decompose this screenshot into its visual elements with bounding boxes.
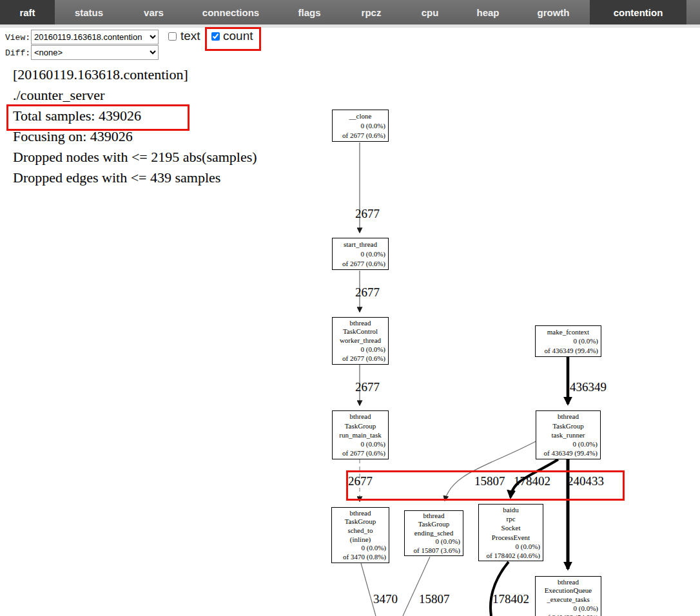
diff-label: Diff: [5, 48, 30, 58]
edge-label: 240433 [567, 474, 604, 488]
tab-status[interactable]: status [55, 0, 123, 24]
edge-label: 2677 [355, 207, 380, 221]
edge-label: 436349 [570, 380, 607, 394]
top-navbar: raft status vars connections flags rpcz … [0, 0, 700, 28]
focusing-on-line: Focusing on: 439026 [13, 126, 257, 147]
tab-connections[interactable]: connections [184, 0, 277, 24]
node-socket-process-event: baidu rpc Socket ProcessEvent 0 (0.0%) o… [478, 504, 543, 561]
tab-vars[interactable]: vars [123, 0, 184, 24]
total-samples-line: Total samples: 439026 [13, 106, 257, 126]
node-worker-thread: bthread TaskControl worker_thread 0 (0.0… [332, 317, 389, 365]
node-start-thread: start_thread 0 (0.0%) of 2677 (0.6%) [332, 238, 389, 270]
navbar-filler [686, 0, 700, 24]
tab-growth[interactable]: growth [517, 0, 590, 24]
tab-heap[interactable]: heap [459, 0, 517, 24]
count-checkbox[interactable] [211, 32, 220, 41]
node-sched-to: bthread TaskGroup sched_to (inline) 0 (0… [331, 507, 389, 563]
dropped-nodes-line: Dropped nodes with <= 2195 abs(samples) [13, 147, 257, 168]
edge-label: 2677 [355, 380, 380, 394]
node-task-runner: bthread TaskGroup task_runner 0 (0.0%) o… [536, 410, 601, 459]
edge-label: 2677 [355, 285, 380, 300]
edge-label: 3470 [373, 592, 398, 606]
tab-flags[interactable]: flags [277, 0, 342, 24]
view-label: View: [5, 33, 30, 43]
edge-label: 178402 [514, 474, 550, 488]
count-checkbox-label[interactable]: count [223, 29, 253, 43]
tab-contention[interactable]: contention [590, 0, 686, 24]
node-execute-tasks: bthread ExecutionQueue _execute_tasks 0 … [535, 576, 601, 616]
diff-select[interactable]: <none> [31, 45, 159, 60]
node-run-main-task: bthread TaskGroup run_main_task 0 (0.0%)… [332, 410, 389, 459]
node-ending-sched: bthread TaskGroup ending_sched 0 (0.0%) … [404, 510, 463, 556]
edge-label: 2677 [348, 474, 373, 488]
text-checkbox[interactable] [168, 32, 177, 41]
view-select[interactable]: 20160119.163618.contention [31, 30, 159, 44]
text-checkbox-label[interactable]: text [180, 29, 200, 43]
tab-rpcz[interactable]: rpcz [342, 0, 401, 24]
tab-cpu[interactable]: cpu [401, 0, 459, 24]
profile-name-line: [20160119.163618.contention] [13, 64, 257, 85]
node-make-fcontext: make_fcontext 0 (0.0%) of 436349 (99.4%) [535, 325, 601, 357]
dropped-edges-line: Dropped edges with <= 439 samples [13, 168, 257, 188]
edge-label: 15807 [419, 592, 450, 606]
binary-name-line: ./counter_server [13, 85, 257, 106]
edge-label: 178402 [492, 592, 529, 606]
tab-raft[interactable]: raft [0, 0, 55, 24]
node-clone: __clone 0 (0.0%) of 2677 (0.6%) [332, 110, 389, 142]
profile-summary: [20160119.163618.contention] ./counter_s… [13, 64, 257, 188]
edge-label: 15807 [474, 474, 505, 488]
